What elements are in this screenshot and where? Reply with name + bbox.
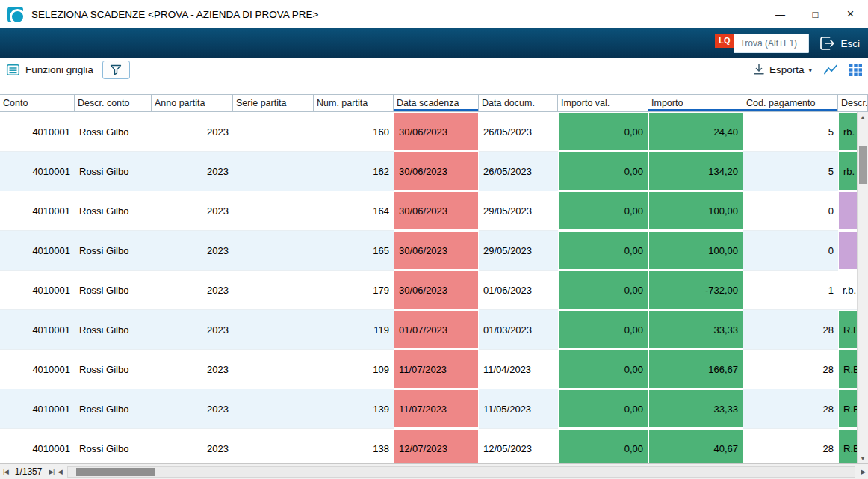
column-header-conto[interactable]: Conto	[0, 95, 75, 111]
table-row[interactable]: 4010001Rossi Gilbo202316230/06/202326/05…	[0, 152, 868, 191]
cell-serie[interactable]	[233, 112, 314, 152]
cell-conto[interactable]: 4010001	[0, 310, 75, 350]
column-header-num[interactable]: Num. partita	[314, 95, 394, 111]
cell-serie[interactable]	[233, 231, 314, 271]
vertical-scrollbar-thumb[interactable]	[859, 146, 867, 184]
cell-scadenza[interactable]: 30/06/2023	[394, 191, 479, 231]
chart-icon[interactable]	[823, 63, 838, 76]
cell-anno[interactable]: 2023	[152, 271, 233, 310]
filter-button[interactable]	[102, 61, 130, 79]
cell-descr_conto[interactable]: Rossi Gilbo	[75, 271, 152, 310]
maximize-button[interactable]: □	[798, 0, 833, 28]
cell-descr_conto[interactable]: Rossi Gilbo	[75, 389, 152, 429]
cell-descr_conto[interactable]: Rossi Gilbo	[75, 231, 152, 271]
cell-importo[interactable]: 24,40	[648, 112, 743, 152]
cell-conto[interactable]: 4010001	[0, 389, 75, 429]
cell-cod_pag[interactable]: 28	[743, 429, 838, 463]
cell-num[interactable]: 164	[314, 191, 394, 231]
cell-serie[interactable]	[233, 310, 314, 350]
cell-scadenza[interactable]: 30/06/2023	[394, 152, 479, 191]
cell-serie[interactable]	[233, 271, 314, 310]
last-record-button[interactable]: ▶|	[49, 468, 54, 475]
cell-scadenza[interactable]: 01/07/2023	[394, 310, 479, 350]
cell-importo[interactable]: 100,00	[648, 231, 743, 271]
table-row[interactable]: 4010001Rossi Gilbo202311901/07/202301/03…	[0, 310, 868, 350]
cell-serie[interactable]	[233, 429, 314, 463]
cell-conto[interactable]: 4010001	[0, 152, 75, 191]
cell-anno[interactable]: 2023	[152, 112, 233, 152]
column-header-docum[interactable]: Data docum.	[479, 95, 558, 111]
vertical-scrollbar[interactable]: ▲ ▼	[857, 112, 868, 463]
cell-docum[interactable]: 01/03/2023	[479, 310, 558, 350]
cell-importo_val[interactable]: 0,00	[558, 271, 648, 310]
table-row[interactable]: 4010001Rossi Gilbo202313812/07/202312/05…	[0, 429, 868, 463]
cell-importo[interactable]: 100,00	[648, 191, 743, 231]
cell-cod_pag[interactable]: 5	[743, 112, 838, 152]
cell-conto[interactable]: 4010001	[0, 191, 75, 231]
scroll-down-button[interactable]: ▼	[861, 456, 866, 461]
cell-num[interactable]: 139	[314, 389, 394, 429]
cell-anno[interactable]: 2023	[152, 350, 233, 389]
cell-num[interactable]: 179	[314, 271, 394, 310]
find-input[interactable]	[734, 34, 809, 53]
cell-importo_val[interactable]: 0,00	[558, 112, 648, 152]
cell-importo_val[interactable]: 0,00	[558, 231, 648, 271]
minimize-button[interactable]: —	[763, 0, 798, 28]
table-row[interactable]: 4010001Rossi Gilbo202316030/06/202326/05…	[0, 112, 868, 152]
table-row[interactable]: 4010001Rossi Gilbo202310911/07/202311/04…	[0, 350, 868, 389]
cell-scadenza[interactable]: 30/06/2023	[394, 231, 479, 271]
cell-importo_val[interactable]: 0,00	[558, 310, 648, 350]
horizontal-scrollbar[interactable]	[67, 466, 856, 478]
cell-importo_val[interactable]: 0,00	[558, 191, 648, 231]
cell-serie[interactable]	[233, 389, 314, 429]
cell-conto[interactable]: 4010001	[0, 112, 75, 152]
cell-conto[interactable]: 4010001	[0, 350, 75, 389]
cell-importo[interactable]: 166,67	[648, 350, 743, 389]
column-header-anno[interactable]: Anno partita	[152, 95, 233, 111]
cell-scadenza[interactable]: 30/06/2023	[394, 271, 479, 310]
cell-scadenza[interactable]: 11/07/2023	[394, 350, 479, 389]
column-header-importo_val[interactable]: Importo val.	[558, 95, 648, 111]
cell-anno[interactable]: 2023	[152, 310, 233, 350]
column-header-scadenza[interactable]: Data scadenza	[394, 95, 479, 111]
column-header-descr_conto[interactable]: Descr. conto	[75, 95, 152, 111]
cell-anno[interactable]: 2023	[152, 152, 233, 191]
cell-descr_conto[interactable]: Rossi Gilbo	[75, 191, 152, 231]
cell-cod_pag[interactable]: 1	[743, 271, 838, 310]
horizontal-scrollbar-thumb[interactable]	[76, 468, 155, 476]
cell-docum[interactable]: 29/05/2023	[479, 231, 558, 271]
cell-docum[interactable]: 11/04/2023	[479, 350, 558, 389]
cell-importo[interactable]: 40,67	[648, 429, 743, 463]
column-header-serie[interactable]: Serie partita	[233, 95, 314, 111]
close-button[interactable]: ×	[833, 0, 868, 28]
exit-button[interactable]: Esci	[818, 34, 860, 52]
cell-anno[interactable]: 2023	[152, 429, 233, 463]
cell-anno[interactable]: 2023	[152, 389, 233, 429]
column-header-cod_pag[interactable]: Cod. pagamento	[743, 95, 838, 111]
cell-cod_pag[interactable]: 0	[743, 191, 838, 231]
export-button[interactable]: Esporta ▾	[753, 64, 812, 75]
cell-descr_conto[interactable]: Rossi Gilbo	[75, 112, 152, 152]
cell-anno[interactable]: 2023	[152, 191, 233, 231]
scroll-up-button[interactable]: ▲	[861, 114, 866, 120]
cell-importo_val[interactable]: 0,00	[558, 350, 648, 389]
cell-descr_conto[interactable]: Rossi Gilbo	[75, 350, 152, 389]
cell-num[interactable]: 109	[314, 350, 394, 389]
cell-serie[interactable]	[233, 191, 314, 231]
cell-importo[interactable]: 33,33	[648, 389, 743, 429]
cell-importo[interactable]: 33,33	[648, 310, 743, 350]
table-row[interactable]: 4010001Rossi Gilbo202317930/06/202301/06…	[0, 271, 868, 310]
cell-docum[interactable]: 11/05/2023	[479, 389, 558, 429]
first-record-button[interactable]: |◀	[3, 468, 8, 475]
cell-serie[interactable]	[233, 350, 314, 389]
cell-cod_pag[interactable]: 0	[743, 231, 838, 271]
cell-cod_pag[interactable]: 28	[743, 310, 838, 350]
cell-conto[interactable]: 4010001	[0, 271, 75, 310]
cell-descr_conto[interactable]: Rossi Gilbo	[75, 152, 152, 191]
cell-scadenza[interactable]: 30/06/2023	[394, 112, 479, 152]
cell-scadenza[interactable]: 12/07/2023	[394, 429, 479, 463]
cell-cod_pag[interactable]: 5	[743, 152, 838, 191]
cell-cod_pag[interactable]: 28	[743, 389, 838, 429]
cell-importo_val[interactable]: 0,00	[558, 389, 648, 429]
cell-cod_pag[interactable]: 28	[743, 350, 838, 389]
